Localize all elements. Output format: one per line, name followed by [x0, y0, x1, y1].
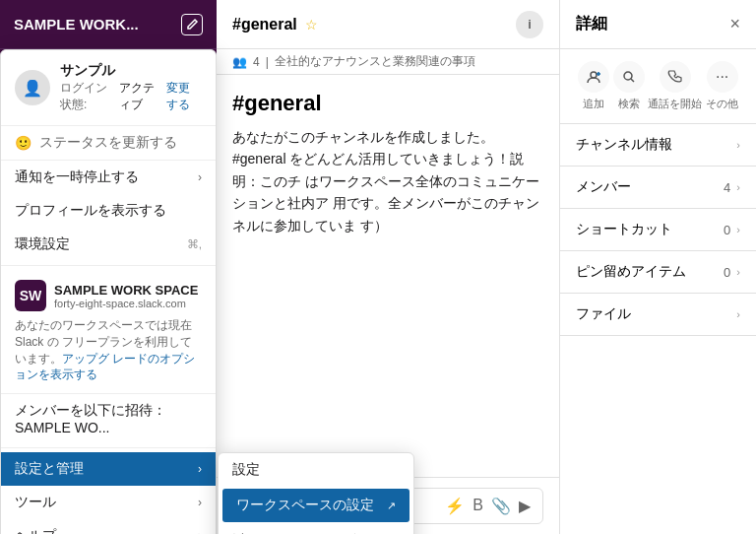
sidebar: SAMPLE WORK... 👤 サンプル ログイン状態: アクティブ: [0, 0, 217, 534]
search-button[interactable]: 検索: [613, 61, 645, 111]
workspace-name-block: SAMPLE WORK SPACE forty-eight-space.slac…: [54, 283, 198, 309]
help-arrow: ›: [198, 529, 202, 534]
shortcut-label: ⌘,: [187, 237, 202, 251]
svg-point-1: [624, 72, 632, 80]
settings-item[interactable]: 設定と管理 › 設定 ワークスペースの設定 ↗ 以下をカスタマイズ：SAMPLE…: [1, 452, 216, 486]
sidebar-header-icons: [181, 14, 203, 35]
phone-icon: [660, 61, 691, 93]
channel-info-item[interactable]: チャンネル情報 ›: [560, 124, 756, 167]
pinned-count-group: 0 ›: [724, 265, 740, 280]
info-button[interactable]: i: [516, 11, 543, 38]
avatar: 👤: [15, 70, 50, 105]
preferences-label: 環境設定: [15, 235, 70, 253]
shortcuts-count-group: 0 ›: [724, 223, 740, 237]
right-panel: 詳細 × 追加 検索 通話を開始: [559, 0, 756, 534]
settings-label: 設定と管理: [15, 460, 84, 478]
chevron-icon-4: ›: [736, 308, 740, 320]
chevron-icon-2: ›: [736, 224, 740, 235]
status-active: アクティブ: [119, 80, 163, 113]
bold-icon[interactable]: B: [472, 497, 483, 515]
add-member-button[interactable]: 追加: [578, 61, 609, 111]
upgrade-link[interactable]: アップグ レードのオプションを表示する: [15, 352, 195, 382]
tools-arrow: ›: [198, 496, 202, 509]
members-count-group: 4 ›: [724, 180, 740, 195]
settings-arrow: ›: [198, 462, 202, 476]
workspace-section: SW SAMPLE WORK SPACE forty-eight-space.s…: [1, 270, 216, 394]
channel-intro: #general あなたがこのチャンネルを作成しました。#general をどん…: [232, 91, 543, 236]
members-label: メンバー: [576, 178, 631, 196]
send-icon[interactable]: ▶: [519, 497, 531, 515]
search-label: 検索: [618, 97, 640, 111]
submenu-workspace-label: ワークスペースの設定: [236, 497, 374, 514]
shortcuts-item[interactable]: ショートカット 0 ›: [560, 209, 756, 251]
more-button[interactable]: ··· その他: [706, 61, 738, 111]
submenu-settings-item[interactable]: 設定: [219, 453, 413, 487]
invite-row[interactable]: メンバーを以下に招待：SAMPLE WO...: [1, 394, 216, 443]
status-change-link[interactable]: 変更する: [166, 80, 202, 113]
channel-header-right: i: [516, 11, 543, 38]
help-label: ヘルプ: [15, 527, 56, 534]
preferences-item[interactable]: 環境設定 ⌘,: [1, 228, 216, 261]
invite-label: メンバーを以下に招待：SAMPLE WO...: [15, 402, 166, 435]
star-icon[interactable]: ☆: [305, 17, 318, 33]
edit-icon[interactable]: [181, 14, 203, 35]
user-section: 👤 サンプル ログイン状態: アクティブ 変更する: [1, 50, 216, 126]
status-label: ログイン状態:: [60, 80, 115, 113]
call-label: 通話を開始: [648, 97, 702, 111]
dropdown-menu: 👤 サンプル ログイン状態: アクティブ 変更する 🙂 ステータスを更新する 通…: [0, 49, 217, 534]
pinned-item[interactable]: ピン留めアイテム 0 ›: [560, 251, 756, 294]
emoji-icon: 🙂: [15, 135, 32, 151]
pinned-count: 0: [724, 265, 730, 280]
member-count: 4: [253, 55, 260, 69]
submenu-customize-item[interactable]: 以下をカスタマイズ：SAMPLE WO... ↗: [219, 524, 413, 534]
workspace-name: SAMPLE WORK SPACE: [54, 283, 198, 298]
pause-notifications-item[interactable]: 通知を一時停止する ›: [1, 161, 216, 194]
members-icon: 👥: [232, 55, 247, 69]
arrow-icon: ›: [198, 170, 202, 184]
workspace-title[interactable]: SAMPLE WORK...: [14, 16, 139, 33]
chevron-icon-0: ›: [736, 139, 740, 151]
members-count: 4: [724, 180, 730, 195]
members-item[interactable]: メンバー 4 ›: [560, 167, 756, 209]
workspace-desc: あなたのワークスペースでは現在 Slack の フリープランを利用しています。ア…: [15, 317, 202, 383]
files-item[interactable]: ファイル ›: [560, 294, 756, 336]
add-label: 追加: [583, 97, 604, 111]
channel-description: 全社的なアナウンスと業務関連の事項: [275, 53, 475, 70]
submenu-workspace-item[interactable]: ワークスペースの設定 ↗: [222, 489, 410, 522]
tools-label: ツール: [15, 494, 56, 511]
search-icon: [613, 61, 645, 93]
workspace-logo: SW: [15, 280, 46, 311]
call-button[interactable]: 通話を開始: [648, 61, 702, 111]
message-area: #general あなたがこのチャンネルを作成しました。#general をどん…: [217, 75, 559, 477]
divider-1: [1, 265, 216, 266]
right-panel-actions: 追加 検索 通話を開始 ··· その他: [560, 49, 756, 124]
more-icon: ···: [707, 61, 738, 93]
user-status: ログイン状態: アクティブ 変更する: [60, 80, 202, 113]
lightning-icon[interactable]: ⚡: [445, 497, 465, 515]
channel-info-label: チャンネル情報: [576, 136, 672, 154]
more-label: その他: [706, 97, 738, 111]
attach-icon[interactable]: 📎: [491, 497, 511, 515]
external-icon: ↗: [387, 500, 396, 512]
view-profile-label: プロフィールを表示する: [15, 202, 166, 220]
channel-header-left: #general ☆: [232, 16, 318, 33]
channel-intro-title: #general: [232, 91, 543, 116]
pinned-label: ピン留めアイテム: [576, 263, 686, 281]
message-input-icons: ⚡ B 📎 ▶: [445, 497, 531, 515]
channel-intro-text: あなたがこのチャンネルを作成しました。#general をどんどん活用していきま…: [232, 126, 543, 236]
channel-subheader: 👥 4 | 全社的なアナウンスと業務関連の事項: [217, 49, 559, 75]
channel-name: #general: [232, 16, 297, 33]
help-item[interactable]: ヘルプ ›: [1, 519, 216, 534]
submenu: 設定 ワークスペースの設定 ↗ 以下をカスタマイズ：SAMPLE WO... ↗…: [218, 452, 414, 534]
add-icon: [578, 61, 609, 93]
view-profile-item[interactable]: プロフィールを表示する: [1, 194, 216, 228]
tools-item[interactable]: ツール ›: [1, 486, 216, 519]
right-panel-header: 詳細 ×: [560, 0, 756, 49]
sidebar-header: SAMPLE WORK...: [0, 0, 217, 49]
chevron-icon-1: ›: [736, 181, 740, 193]
workspace-header: SW SAMPLE WORK SPACE forty-eight-space.s…: [15, 280, 202, 311]
close-button[interactable]: ×: [729, 14, 740, 34]
divider-bar: |: [266, 55, 269, 69]
status-update-row[interactable]: 🙂 ステータスを更新する: [1, 126, 216, 161]
svg-point-0: [591, 72, 597, 78]
